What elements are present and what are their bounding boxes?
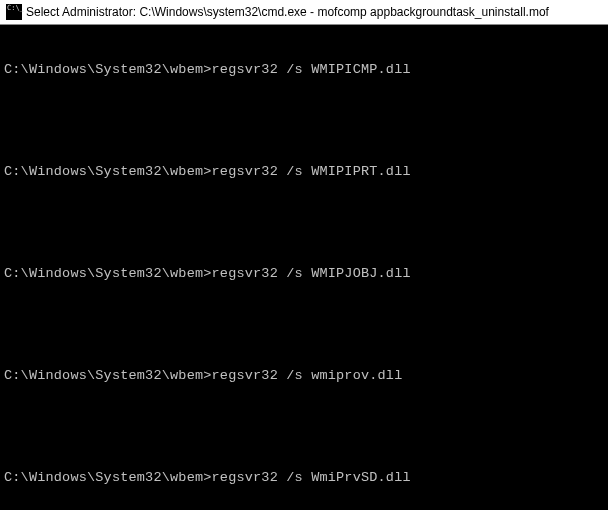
cmd-icon (6, 4, 22, 20)
console-line: C:\Windows\System32\wbem>regsvr32 /s Wmi… (4, 469, 604, 486)
console-line: C:\Windows\System32\wbem>regsvr32 /s WMI… (4, 61, 604, 78)
console-blank (4, 418, 604, 435)
console-output[interactable]: C:\Windows\System32\wbem>regsvr32 /s WMI… (0, 25, 608, 510)
console-line: C:\Windows\System32\wbem>regsvr32 /s WMI… (4, 163, 604, 180)
window-title: Select Administrator: C:\Windows\system3… (26, 5, 549, 19)
console-blank (4, 214, 604, 231)
console-blank (4, 316, 604, 333)
console-line: C:\Windows\System32\wbem>regsvr32 /s wmi… (4, 367, 604, 384)
window-titlebar[interactable]: Select Administrator: C:\Windows\system3… (0, 0, 608, 25)
console-blank (4, 112, 604, 129)
console-line: C:\Windows\System32\wbem>regsvr32 /s WMI… (4, 265, 604, 282)
